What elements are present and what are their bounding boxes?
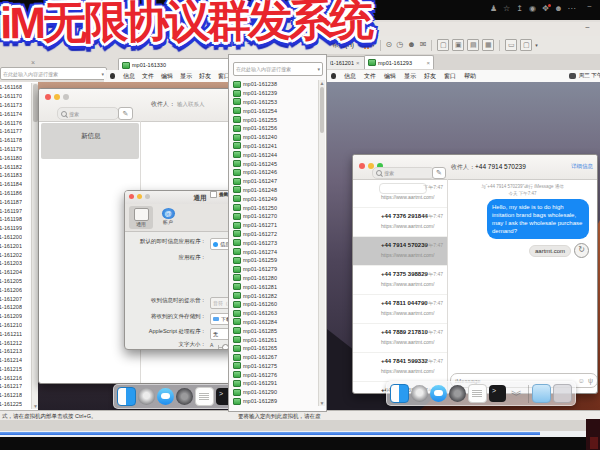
vm-list-item[interactable]: mp01-161261 bbox=[231, 335, 317, 344]
vm-list-item[interactable]: mp01-161253 bbox=[231, 98, 317, 107]
vm-list-item[interactable]: mp01-161215 bbox=[0, 365, 22, 374]
vm-list-item[interactable]: mp01-161177 bbox=[0, 127, 22, 136]
textedit-icon[interactable] bbox=[195, 387, 214, 406]
vm-list-item[interactable]: mp01-161216 bbox=[0, 373, 22, 382]
smiley-icon[interactable]: ☺ bbox=[578, 377, 585, 384]
gesture-icon[interactable]: ✥ bbox=[539, 4, 552, 13]
vm-list-item[interactable]: mp01-161250 bbox=[231, 203, 317, 212]
left-library-search-input[interactable]: 在此处输入内容进行搜索 ▾ bbox=[0, 67, 107, 80]
vm-list-item[interactable]: mp01-161211 bbox=[0, 329, 22, 338]
conversation-item[interactable]: +44 7841 599332 下午7:47 https://www.aartm… bbox=[353, 353, 447, 382]
conversation-item[interactable]: +44 7375 398829 下午7:47 https://www.aartm… bbox=[353, 266, 447, 295]
conversation-item[interactable]: 下午7:47 https://www.aartmt.com/ bbox=[353, 179, 447, 208]
tab-close-icon[interactable]: × bbox=[426, 60, 430, 66]
vm-list-item[interactable]: mp01-161270 bbox=[231, 212, 317, 221]
vm-list-item[interactable]: mp01-161273 bbox=[231, 238, 317, 247]
vm-list-item[interactable]: mp01-161285 bbox=[231, 326, 317, 335]
textedit-icon[interactable] bbox=[468, 384, 487, 403]
vm-list-item[interactable]: mp01-161197 bbox=[0, 206, 22, 215]
vm-list-item[interactable]: mp01-161184 bbox=[0, 180, 22, 189]
menu-item[interactable]: 文件 bbox=[364, 72, 376, 81]
link-preview-pill[interactable]: aartmt.com bbox=[529, 245, 571, 257]
compose-button[interactable]: ✎ bbox=[432, 167, 446, 179]
vm-list-item[interactable]: mp01-161178 bbox=[0, 136, 22, 145]
vm-list-item[interactable]: mp01-161179 bbox=[0, 145, 22, 154]
more-icon[interactable]: ⋯ bbox=[565, 4, 578, 13]
mic-icon[interactable]: ψ bbox=[588, 377, 593, 384]
tab-background-vm[interactable]: mp01-161201 × bbox=[326, 56, 368, 69]
finder-icon[interactable] bbox=[390, 384, 409, 403]
vm-list-item[interactable]: mp01-161272 bbox=[231, 230, 317, 239]
launchpad-icon[interactable] bbox=[138, 388, 155, 405]
compose-button[interactable]: ✎ bbox=[118, 107, 133, 120]
vm-list-item[interactable]: mp01-161271 bbox=[231, 221, 317, 230]
vm-list-item[interactable]: mp01-161248 bbox=[231, 186, 317, 195]
vm-list-item[interactable]: mp01-161198 bbox=[0, 215, 22, 224]
tab-accounts[interactable]: @ 帐户 bbox=[156, 206, 180, 229]
menu-item[interactable]: 好友 bbox=[424, 72, 436, 81]
scroll-up-icon[interactable]: ▲ bbox=[319, 80, 325, 86]
zoom-traffic-light[interactable] bbox=[63, 94, 69, 100]
terminal-icon[interactable] bbox=[489, 385, 506, 402]
conversation-item[interactable]: +44 7889 217810 下午7:47 https://www.aartm… bbox=[353, 324, 447, 353]
vm-list-item[interactable]: mp01-161205 bbox=[0, 277, 22, 286]
vm-list-item[interactable]: mp01-161207 bbox=[0, 294, 22, 303]
menu-item[interactable]: 显示 bbox=[404, 72, 416, 81]
vm-list-item[interactable]: mp01-161289 bbox=[231, 397, 317, 406]
minimize-traffic-light[interactable] bbox=[54, 94, 60, 100]
vm-list-item[interactable]: mp01-161246 bbox=[231, 168, 317, 177]
snapshot-bar-icon[interactable]: ▭ bbox=[505, 39, 517, 51]
vm-list-item[interactable]: mp01-161208 bbox=[0, 303, 22, 312]
menu-item[interactable]: 好友 bbox=[199, 72, 211, 81]
system-preferences-icon[interactable] bbox=[176, 388, 193, 405]
vm-list-item[interactable]: mp01-161247 bbox=[231, 177, 317, 186]
scrollbar-thumb[interactable] bbox=[320, 87, 324, 133]
vm-list-item[interactable]: mp01-161202 bbox=[0, 250, 22, 259]
vm-list-item[interactable]: mp01-161274 bbox=[231, 247, 317, 256]
vm-list-item[interactable]: mp01-161280 bbox=[231, 274, 317, 283]
vm-list-item[interactable]: mp01-161275 bbox=[231, 362, 317, 371]
vm-list-item[interactable]: mp01-161187 bbox=[0, 197, 22, 206]
vm-list-item[interactable]: mp01-161183 bbox=[0, 171, 22, 180]
vm-list-item[interactable]: mp01-161249 bbox=[231, 194, 317, 203]
vm-list-item[interactable]: mp01-161284 bbox=[231, 318, 317, 327]
downloads-chevron-icon[interactable] bbox=[508, 385, 525, 402]
vm-list-item[interactable]: mp01-161282 bbox=[231, 291, 317, 300]
conversation-item[interactable]: +44 7811 044790 下午7:47 https://www.aartm… bbox=[353, 295, 447, 324]
profile-icon[interactable]: ♟ bbox=[487, 4, 500, 13]
close-traffic-light[interactable] bbox=[45, 94, 51, 100]
recipient-input[interactable]: 输入联系人 bbox=[177, 101, 205, 108]
view-caret-icon[interactable]: ▾ bbox=[535, 42, 538, 48]
vm-list-item[interactable]: mp01-161279 bbox=[231, 265, 317, 274]
middle-library-scrollbar[interactable]: ▲ ▼ bbox=[318, 80, 325, 406]
middle-library-search-input[interactable]: 在此处输入内容进行搜索 ▾ bbox=[233, 62, 323, 76]
conversation-item[interactable]: +44 7376 291844 下午7:47 https://www.aartm… bbox=[353, 208, 447, 237]
window-minimize-icon[interactable]: − bbox=[587, 2, 592, 11]
apple-menu-icon[interactable] bbox=[331, 73, 336, 79]
vm-list-item[interactable]: mp01-161254 bbox=[231, 106, 317, 115]
vm-list-item[interactable]: mp01-161260 bbox=[231, 300, 317, 309]
tab-active-vm[interactable]: mp01-161293 × bbox=[364, 55, 434, 69]
record-icon[interactable]: ◉ bbox=[526, 4, 539, 13]
vm-list-item[interactable]: mp01-161170 bbox=[0, 92, 22, 101]
menu-item[interactable]: 文件 bbox=[142, 72, 154, 81]
vm-list-item[interactable]: mp01-161225 bbox=[0, 400, 22, 409]
menu-item[interactable]: 信息 bbox=[344, 72, 356, 81]
vm-list-item[interactable]: mp01-161263 bbox=[231, 309, 317, 318]
vm-list-item[interactable]: mp01-161244 bbox=[231, 150, 317, 159]
account-icon[interactable]: ☻ bbox=[552, 4, 565, 13]
vm-list-item[interactable]: mp01-161213 bbox=[0, 347, 22, 356]
vm-list-item[interactable]: mp01-161174 bbox=[0, 109, 22, 118]
vm-list-item[interactable]: mp01-161241 bbox=[231, 142, 317, 151]
vm-list-item[interactable]: mp01-161218 bbox=[0, 391, 22, 400]
vm-list-item[interactable]: mp01-161214 bbox=[0, 356, 22, 365]
tab-close-icon[interactable]: × bbox=[356, 60, 360, 66]
vm-list-item[interactable]: mp01-161176 bbox=[0, 118, 22, 127]
messages-icon[interactable] bbox=[157, 388, 174, 405]
minimize-icon[interactable]: − bbox=[585, 23, 590, 32]
vm-list-item[interactable]: mp01-161210 bbox=[0, 321, 22, 330]
menu-item[interactable]: 显示 bbox=[180, 72, 192, 81]
vm-list-item[interactable]: mp01-161217 bbox=[0, 382, 22, 391]
search-input[interactable]: 搜索 bbox=[57, 107, 119, 120]
trash-icon[interactable] bbox=[553, 384, 572, 403]
